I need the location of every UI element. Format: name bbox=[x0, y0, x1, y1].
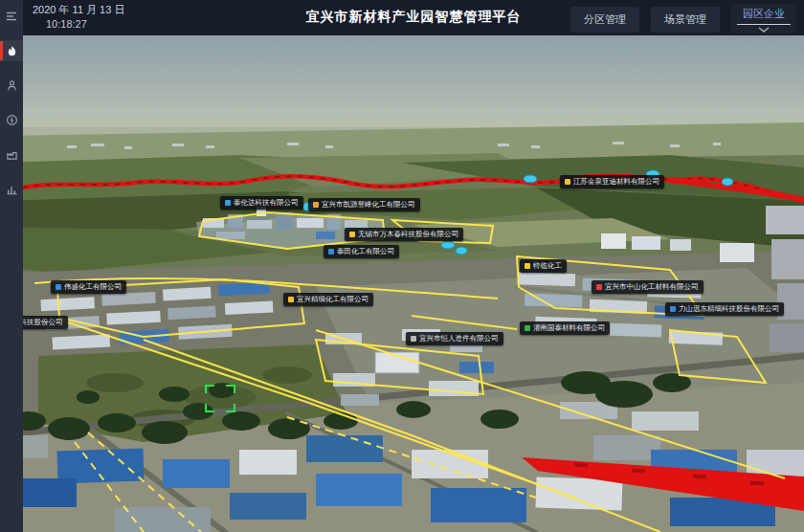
company-label[interactable]: 宜兴市恒人造件有限公司 bbox=[406, 332, 503, 345]
smart-park-platform: 泰伦达科技有限公司 宜兴市凯源登峰化工有限公司 无锡市万木春科技股份有限公司 泰… bbox=[0, 0, 804, 532]
sidebar bbox=[0, 0, 23, 532]
highrise-right-edge bbox=[766, 206, 804, 352]
sidebar-item-fire[interactable] bbox=[0, 40, 23, 61]
company-label-text: 泰伦达科技有限公司 bbox=[234, 199, 299, 207]
sky bbox=[0, 35, 804, 127]
company-label[interactable]: 灌南国泰材料有限公司 bbox=[520, 321, 610, 335]
menu-icon bbox=[5, 10, 18, 23]
company-label[interactable]: 宜兴市中山化工材料有限公司 bbox=[592, 280, 704, 294]
bar-chart-icon bbox=[6, 183, 18, 195]
company-marker-icon bbox=[225, 200, 231, 206]
energy-icon bbox=[6, 114, 18, 126]
company-label[interactable]: 江苏金泉亚迪材料有限公司 bbox=[560, 175, 664, 188]
company-label[interactable]: 泰田化工有限公司 bbox=[324, 245, 399, 258]
company-label[interactable]: 伟盛化工有限公司 bbox=[51, 280, 126, 294]
company-label-text: 特临化工 bbox=[533, 262, 562, 270]
company-label-text: 江苏金泉亚迪材料有限公司 bbox=[573, 178, 659, 186]
company-marker-icon bbox=[525, 325, 530, 331]
sidebar-item-statistics[interactable] bbox=[0, 178, 23, 199]
park-enterprise-dropdown[interactable]: 园区企业 bbox=[731, 4, 796, 33]
map-3d-scene[interactable] bbox=[0, 0, 804, 532]
company-label-text: 泰田化工有限公司 bbox=[337, 248, 394, 255]
company-label-text: 灌南国泰材料有限公司 bbox=[533, 324, 605, 332]
dropdown-label: 园区企业 bbox=[737, 7, 791, 25]
scene-manage-button[interactable]: 场景管理 bbox=[651, 7, 720, 33]
worker-icon bbox=[6, 79, 18, 92]
company-label-text: 力山远东精细科技股份有限公司 bbox=[679, 305, 779, 313]
sidebar-item-factory[interactable] bbox=[0, 144, 23, 165]
company-label-text: 宜兴市凯源登峰化工有限公司 bbox=[322, 201, 415, 209]
factory-icon bbox=[6, 148, 18, 161]
company-label[interactable]: 特临化工 bbox=[520, 259, 567, 273]
company-label-text: 宜兴市恒人造件有限公司 bbox=[419, 335, 499, 343]
company-marker-icon bbox=[328, 249, 334, 255]
company-label-text: 宜兴精细化工有限公司 bbox=[297, 296, 368, 303]
company-marker-icon bbox=[56, 284, 61, 290]
partition-manage-button[interactable]: 分区管理 bbox=[570, 7, 639, 33]
sidebar-item-menu[interactable] bbox=[0, 6, 23, 27]
company-marker-icon bbox=[565, 179, 570, 185]
sidebar-item-worker[interactable] bbox=[0, 75, 23, 96]
fire-icon bbox=[6, 45, 18, 57]
company-label[interactable]: 力山远东精细科技股份有限公司 bbox=[665, 302, 784, 316]
company-label[interactable]: 宜兴精细化工有限公司 bbox=[283, 293, 373, 306]
company-label-text: 宜兴市中山化工材料有限公司 bbox=[605, 283, 699, 291]
company-label[interactable]: 泰伦达科技有限公司 bbox=[220, 196, 303, 210]
company-marker-icon bbox=[411, 336, 416, 342]
header-bar: 2020 年 11 月 13 日 10:18:27 宜兴市新材料产业园智慧管理平… bbox=[23, 0, 804, 35]
company-label[interactable]: 宜兴市凯源登峰化工有限公司 bbox=[308, 198, 420, 211]
company-label-text: 无锡市万木春科技股份有限公司 bbox=[358, 231, 458, 238]
company-marker-icon bbox=[596, 284, 602, 290]
chevron-down-icon bbox=[758, 27, 770, 33]
company-marker-icon bbox=[525, 263, 530, 269]
company-marker-icon bbox=[349, 232, 355, 237]
company-marker-icon bbox=[670, 306, 676, 312]
company-label[interactable]: 无锡市万木春科技股份有限公司 bbox=[345, 228, 463, 241]
company-label-text: 伟盛化工有限公司 bbox=[64, 283, 122, 291]
company-marker-icon bbox=[313, 202, 319, 208]
company-marker-icon bbox=[288, 297, 294, 302]
sidebar-item-energy[interactable] bbox=[0, 109, 23, 130]
